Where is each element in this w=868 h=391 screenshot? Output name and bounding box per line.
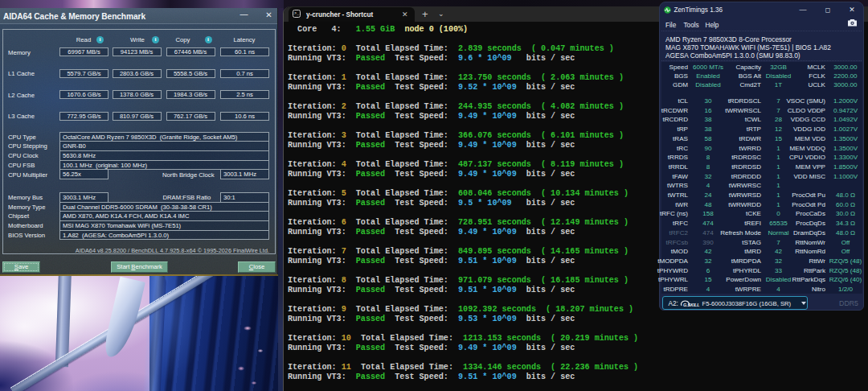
svg-text:G.SKILL: G.SKILL — [683, 303, 699, 307]
